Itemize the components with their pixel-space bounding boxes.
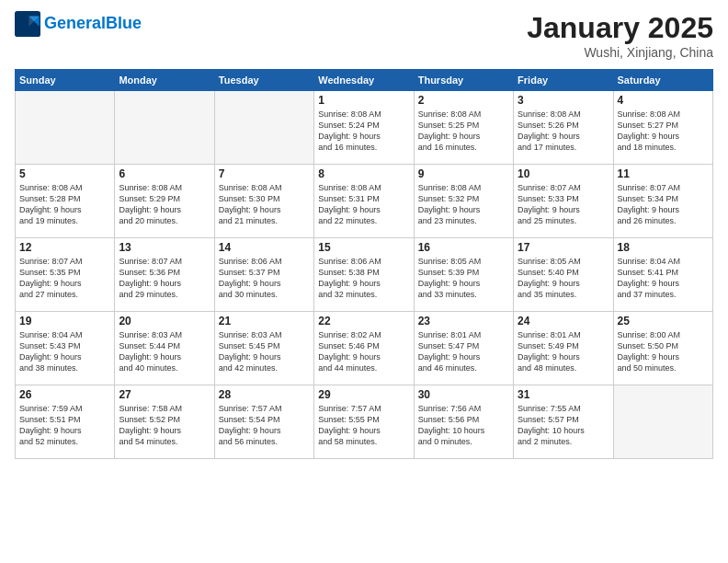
calendar-cell: 19Sunrise: 8:04 AM Sunset: 5:43 PM Dayli… — [16, 312, 115, 385]
calendar-cell: 5Sunrise: 8:08 AM Sunset: 5:28 PM Daylig… — [16, 165, 115, 238]
day-number: 13 — [119, 241, 210, 254]
weekday-header: Thursday — [414, 70, 513, 91]
calendar-cell: 27Sunrise: 7:58 AM Sunset: 5:52 PM Dayli… — [115, 385, 214, 459]
cell-info: Sunrise: 8:06 AM Sunset: 5:38 PM Dayligh… — [318, 256, 409, 301]
weekday-header: Sunday — [16, 70, 115, 91]
calendar-cell: 29Sunrise: 7:57 AM Sunset: 5:55 PM Dayli… — [314, 385, 414, 459]
day-number: 25 — [618, 315, 709, 327]
calendar-cell: 9Sunrise: 8:08 AM Sunset: 5:32 PM Daylig… — [414, 165, 513, 238]
cell-info: Sunrise: 7:55 AM Sunset: 5:57 PM Dayligh… — [518, 403, 609, 448]
calendar: SundayMondayTuesdayWednesdayThursdayFrid… — [15, 69, 713, 459]
calendar-cell: 23Sunrise: 8:01 AM Sunset: 5:47 PM Dayli… — [414, 312, 513, 385]
logo-icon — [15, 11, 40, 37]
weekday-header: Monday — [115, 70, 214, 91]
cell-info: Sunrise: 8:07 AM Sunset: 5:34 PM Dayligh… — [618, 182, 709, 227]
logo-general: General — [44, 14, 106, 32]
calendar-week-row: 26Sunrise: 7:59 AM Sunset: 5:51 PM Dayli… — [16, 385, 713, 459]
day-number: 29 — [318, 388, 409, 401]
cell-info: Sunrise: 7:57 AM Sunset: 5:54 PM Dayligh… — [219, 403, 310, 448]
calendar-cell: 7Sunrise: 8:08 AM Sunset: 5:30 PM Daylig… — [214, 165, 313, 238]
cell-info: Sunrise: 7:56 AM Sunset: 5:56 PM Dayligh… — [418, 403, 509, 448]
day-number: 5 — [19, 167, 110, 180]
cell-info: Sunrise: 8:07 AM Sunset: 5:33 PM Dayligh… — [518, 182, 609, 227]
cell-info: Sunrise: 8:08 AM Sunset: 5:26 PM Dayligh… — [518, 109, 609, 154]
calendar-cell: 20Sunrise: 8:03 AM Sunset: 5:44 PM Dayli… — [115, 312, 214, 385]
day-number: 16 — [418, 241, 509, 254]
cell-info: Sunrise: 7:59 AM Sunset: 5:51 PM Dayligh… — [19, 403, 110, 448]
cell-info: Sunrise: 8:03 AM Sunset: 5:45 PM Dayligh… — [219, 329, 310, 374]
cell-info: Sunrise: 8:01 AM Sunset: 5:49 PM Dayligh… — [518, 329, 609, 374]
day-number: 17 — [518, 241, 609, 254]
day-number: 15 — [318, 241, 409, 254]
calendar-cell: 1Sunrise: 8:08 AM Sunset: 5:24 PM Daylig… — [314, 91, 414, 165]
day-number: 18 — [618, 241, 709, 254]
calendar-week-row: 12Sunrise: 8:07 AM Sunset: 5:35 PM Dayli… — [16, 238, 713, 312]
calendar-cell: 10Sunrise: 8:07 AM Sunset: 5:33 PM Dayli… — [514, 165, 613, 238]
calendar-cell: 28Sunrise: 7:57 AM Sunset: 5:54 PM Dayli… — [214, 385, 313, 459]
calendar-cell: 21Sunrise: 8:03 AM Sunset: 5:45 PM Dayli… — [214, 312, 313, 385]
day-number: 20 — [119, 315, 210, 327]
calendar-cell: 3Sunrise: 8:08 AM Sunset: 5:26 PM Daylig… — [514, 91, 613, 165]
cell-info: Sunrise: 8:08 AM Sunset: 5:32 PM Dayligh… — [418, 182, 509, 227]
day-number: 22 — [318, 315, 409, 327]
calendar-cell: 31Sunrise: 7:55 AM Sunset: 5:57 PM Dayli… — [514, 385, 613, 459]
cell-info: Sunrise: 8:08 AM Sunset: 5:27 PM Dayligh… — [618, 109, 709, 154]
calendar-cell: 25Sunrise: 8:00 AM Sunset: 5:50 PM Dayli… — [613, 312, 712, 385]
calendar-cell: 8Sunrise: 8:08 AM Sunset: 5:31 PM Daylig… — [314, 165, 414, 238]
weekday-header: Wednesday — [314, 70, 414, 91]
logo: GeneralBlue — [15, 11, 142, 37]
logo-text: GeneralBlue — [44, 15, 142, 33]
cell-info: Sunrise: 8:00 AM Sunset: 5:50 PM Dayligh… — [618, 329, 709, 374]
weekday-header: Friday — [514, 70, 613, 91]
calendar-cell — [214, 91, 313, 165]
calendar-cell — [613, 385, 712, 459]
weekday-header: Saturday — [613, 70, 712, 91]
cell-info: Sunrise: 8:08 AM Sunset: 5:24 PM Dayligh… — [318, 109, 409, 154]
day-number: 7 — [219, 167, 310, 180]
cell-info: Sunrise: 8:07 AM Sunset: 5:36 PM Dayligh… — [119, 256, 210, 301]
day-number: 6 — [119, 167, 210, 180]
title-block: January 2025 Wushi, Xinjiang, China — [527, 11, 713, 60]
calendar-week-row: 19Sunrise: 8:04 AM Sunset: 5:43 PM Dayli… — [16, 312, 713, 385]
cell-info: Sunrise: 8:03 AM Sunset: 5:44 PM Dayligh… — [119, 329, 210, 374]
cell-info: Sunrise: 8:04 AM Sunset: 5:43 PM Dayligh… — [19, 329, 110, 374]
cell-info: Sunrise: 8:05 AM Sunset: 5:39 PM Dayligh… — [418, 256, 509, 301]
calendar-cell: 2Sunrise: 8:08 AM Sunset: 5:25 PM Daylig… — [414, 91, 513, 165]
calendar-cell: 15Sunrise: 8:06 AM Sunset: 5:38 PM Dayli… — [314, 238, 414, 312]
day-number: 21 — [219, 315, 310, 327]
calendar-cell: 26Sunrise: 7:59 AM Sunset: 5:51 PM Dayli… — [16, 385, 115, 459]
day-number: 4 — [618, 94, 709, 107]
calendar-cell: 18Sunrise: 8:04 AM Sunset: 5:41 PM Dayli… — [613, 238, 712, 312]
calendar-cell: 11Sunrise: 8:07 AM Sunset: 5:34 PM Dayli… — [613, 165, 712, 238]
weekday-header: Tuesday — [214, 70, 313, 91]
day-number: 23 — [418, 315, 509, 327]
cell-info: Sunrise: 8:08 AM Sunset: 5:30 PM Dayligh… — [219, 182, 310, 227]
calendar-cell: 6Sunrise: 8:08 AM Sunset: 5:29 PM Daylig… — [115, 165, 214, 238]
day-number: 30 — [418, 388, 509, 401]
cell-info: Sunrise: 8:08 AM Sunset: 5:31 PM Dayligh… — [318, 182, 409, 227]
cell-info: Sunrise: 7:58 AM Sunset: 5:52 PM Dayligh… — [119, 403, 210, 448]
location: Wushi, Xinjiang, China — [527, 45, 713, 60]
day-number: 1 — [318, 94, 409, 107]
header: GeneralBlue January 2025 Wushi, Xinjiang… — [15, 11, 713, 60]
cell-info: Sunrise: 8:02 AM Sunset: 5:46 PM Dayligh… — [318, 329, 409, 374]
day-number: 24 — [518, 315, 609, 327]
cell-info: Sunrise: 8:08 AM Sunset: 5:29 PM Dayligh… — [119, 182, 210, 227]
day-number: 3 — [518, 94, 609, 107]
cell-info: Sunrise: 8:06 AM Sunset: 5:37 PM Dayligh… — [219, 256, 310, 301]
day-number: 9 — [418, 167, 509, 180]
calendar-cell — [115, 91, 214, 165]
cell-info: Sunrise: 8:07 AM Sunset: 5:35 PM Dayligh… — [19, 256, 110, 301]
calendar-cell: 4Sunrise: 8:08 AM Sunset: 5:27 PM Daylig… — [613, 91, 712, 165]
calendar-cell: 14Sunrise: 8:06 AM Sunset: 5:37 PM Dayli… — [214, 238, 313, 312]
calendar-week-row: 5Sunrise: 8:08 AM Sunset: 5:28 PM Daylig… — [16, 165, 713, 238]
day-number: 26 — [19, 388, 110, 401]
calendar-header-row: SundayMondayTuesdayWednesdayThursdayFrid… — [16, 70, 713, 91]
page: GeneralBlue January 2025 Wushi, Xinjiang… — [0, 0, 728, 563]
cell-info: Sunrise: 8:05 AM Sunset: 5:40 PM Dayligh… — [518, 256, 609, 301]
calendar-cell: 24Sunrise: 8:01 AM Sunset: 5:49 PM Dayli… — [514, 312, 613, 385]
day-number: 19 — [19, 315, 110, 327]
day-number: 14 — [219, 241, 310, 254]
cell-info: Sunrise: 8:04 AM Sunset: 5:41 PM Dayligh… — [618, 256, 709, 301]
calendar-cell: 16Sunrise: 8:05 AM Sunset: 5:39 PM Dayli… — [414, 238, 513, 312]
